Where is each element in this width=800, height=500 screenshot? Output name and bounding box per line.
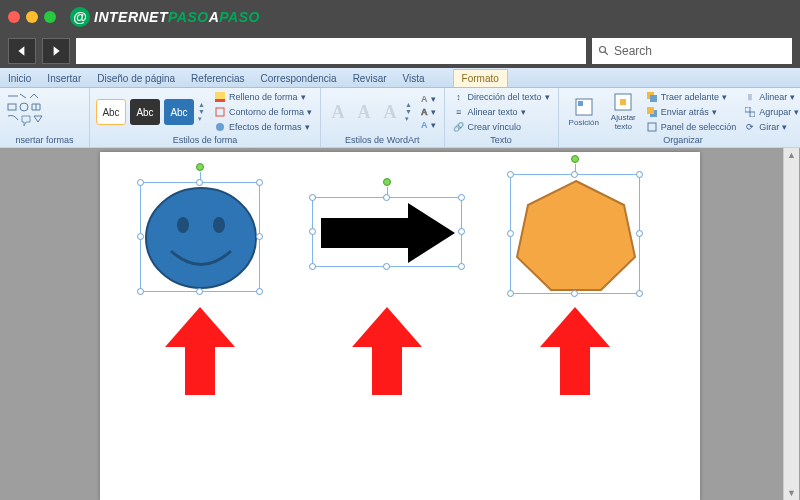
gallery-more-icon[interactable]: ▾: [198, 115, 208, 123]
relleno-forma-button[interactable]: Relleno de forma ▾: [212, 90, 314, 104]
resize-handle[interactable]: [458, 228, 465, 235]
resize-handle[interactable]: [256, 288, 263, 295]
text-fill-button[interactable]: A ▾: [419, 93, 438, 105]
svg-point-22: [213, 217, 225, 233]
traer-adelante-button[interactable]: Traer adelante ▾: [644, 90, 739, 104]
browser-nav-bar: Search: [0, 34, 800, 68]
panel-seleccion-button[interactable]: Panel de selección: [644, 120, 739, 134]
resize-handle[interactable]: [137, 179, 144, 186]
vertical-scrollbar[interactable]: [783, 148, 799, 500]
alinear-texto-button[interactable]: ≡ Alinear texto ▾: [451, 105, 552, 119]
crear-vinculo-button[interactable]: 🔗 Crear vínculo: [451, 120, 552, 134]
agrupar-button[interactable]: Agrupar ▾: [742, 105, 800, 119]
svg-line-1: [605, 52, 608, 55]
wa-more-icon[interactable]: ▾: [405, 115, 415, 123]
shape-style-dark[interactable]: Abc: [130, 99, 160, 125]
wrap-icon: [614, 93, 632, 111]
tab-correspondencia[interactable]: Correspondencia: [252, 70, 344, 87]
resize-handle[interactable]: [507, 171, 514, 178]
rotate-handle[interactable]: [571, 155, 579, 163]
resize-handle[interactable]: [256, 179, 263, 186]
wordart-style-3[interactable]: A: [379, 99, 401, 125]
shape-gallery-icon[interactable]: [6, 92, 83, 132]
resize-handle[interactable]: [383, 194, 390, 201]
resize-handle[interactable]: [458, 263, 465, 270]
svg-rect-6: [215, 99, 225, 102]
resize-handle[interactable]: [309, 194, 316, 201]
wa-down-icon[interactable]: ▼: [405, 108, 415, 115]
resize-handle[interactable]: [196, 288, 203, 295]
resize-handle[interactable]: [636, 171, 643, 178]
girar-button[interactable]: ⟳ Girar ▾: [742, 120, 800, 134]
resize-handle[interactable]: [309, 228, 316, 235]
wa-up-icon[interactable]: ▲: [405, 101, 415, 108]
search-placeholder: Search: [614, 44, 652, 58]
svg-rect-16: [647, 107, 654, 114]
group-label-wordart: Estilos de WordArt: [327, 134, 438, 145]
ribbon-tabs: Inicio Insertar Diseño de página Referen…: [0, 68, 800, 88]
text-effects-button[interactable]: A ▾: [419, 119, 438, 131]
tab-revisar[interactable]: Revisar: [345, 70, 395, 87]
group-texto: ↕ Dirección del texto ▾ ≡ Alinear texto …: [445, 88, 559, 147]
wordart-style-2[interactable]: A: [353, 99, 375, 125]
tab-inicio[interactable]: Inicio: [0, 70, 39, 87]
rotate-handle[interactable]: [196, 163, 204, 171]
text-direction-icon: ↕: [453, 91, 465, 103]
url-bar[interactable]: [76, 38, 586, 64]
rotate-handle[interactable]: [383, 178, 391, 186]
svg-rect-7: [216, 108, 224, 116]
resize-handle[interactable]: [309, 263, 316, 270]
svg-point-20: [146, 188, 256, 288]
tab-insertar[interactable]: Insertar: [39, 70, 89, 87]
window-maximize-button[interactable]: [44, 11, 56, 23]
resize-handle[interactable]: [137, 233, 144, 240]
annotation-arrow-2: [352, 307, 422, 397]
resize-handle[interactable]: [507, 290, 514, 297]
direccion-texto-button[interactable]: ↕ Dirección del texto ▾: [451, 90, 552, 104]
resize-handle[interactable]: [256, 233, 263, 240]
contorno-forma-button[interactable]: Contorno de forma ▾: [212, 105, 314, 119]
gallery-down-icon[interactable]: ▼: [198, 108, 208, 115]
efectos-forma-button[interactable]: Efectos de formas ▾: [212, 120, 314, 134]
forward-button[interactable]: [42, 38, 70, 64]
align-icon: ⫴: [744, 91, 756, 103]
selection-heptagon[interactable]: [510, 174, 640, 294]
document-page[interactable]: [100, 152, 700, 500]
tab-formato[interactable]: Formato: [453, 69, 508, 87]
tab-diseno[interactable]: Diseño de página: [89, 70, 183, 87]
shape-style-blue[interactable]: Abc: [164, 99, 194, 125]
resize-handle[interactable]: [571, 290, 578, 297]
ajustar-texto-button[interactable]: Ajustar texto: [607, 91, 640, 133]
text-outline-button[interactable]: A ▾: [419, 106, 438, 118]
resize-handle[interactable]: [636, 230, 643, 237]
selection-smiley[interactable]: [140, 182, 260, 292]
tab-referencias[interactable]: Referencias: [183, 70, 252, 87]
resize-handle[interactable]: [571, 171, 578, 178]
resize-handle[interactable]: [636, 290, 643, 297]
arrow-shape[interactable]: [313, 198, 463, 268]
heptagon-shape[interactable]: [511, 175, 641, 295]
resize-handle[interactable]: [137, 288, 144, 295]
back-button[interactable]: [8, 38, 36, 64]
alinear-button[interactable]: ⫴ Alinear ▾: [742, 90, 800, 104]
resize-handle[interactable]: [383, 263, 390, 270]
window-close-button[interactable]: [8, 11, 20, 23]
search-box[interactable]: Search: [592, 38, 792, 64]
selection-arrow[interactable]: [312, 197, 462, 267]
posicion-button[interactable]: Posición: [565, 96, 603, 129]
outline-icon: [214, 106, 226, 118]
resize-handle[interactable]: [507, 230, 514, 237]
svg-rect-17: [648, 123, 656, 131]
group-insertar-formas: nsertar formas: [0, 88, 90, 147]
resize-handle[interactable]: [458, 194, 465, 201]
enviar-atras-button[interactable]: Enviar atrás ▾: [644, 105, 739, 119]
link-icon: 🔗: [453, 121, 465, 133]
wordart-style-1[interactable]: A: [327, 99, 349, 125]
gallery-up-icon[interactable]: ▲: [198, 101, 208, 108]
smiley-shape[interactable]: [141, 183, 261, 293]
window-minimize-button[interactable]: [26, 11, 38, 23]
search-icon: [598, 45, 610, 57]
shape-style-outline[interactable]: Abc: [96, 99, 126, 125]
tab-vista[interactable]: Vista: [395, 70, 433, 87]
resize-handle[interactable]: [196, 179, 203, 186]
